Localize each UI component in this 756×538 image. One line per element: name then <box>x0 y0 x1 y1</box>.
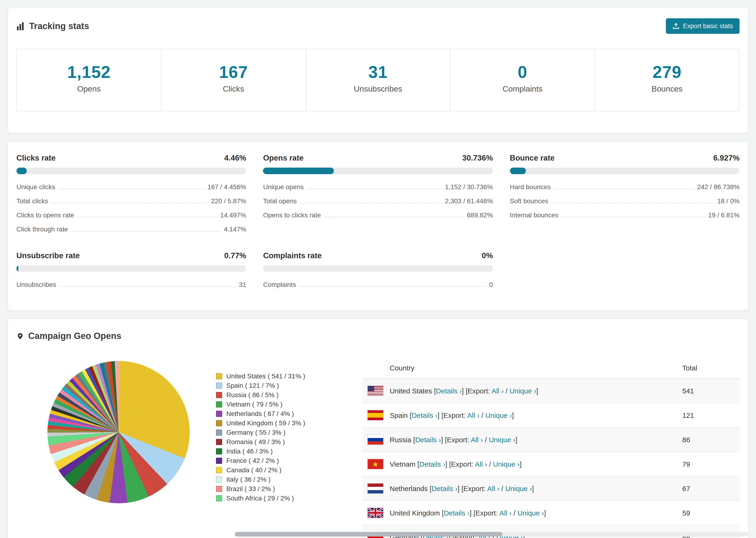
details-link[interactable]: Details › <box>436 387 462 395</box>
stat-label: Opens <box>17 84 161 94</box>
export-basic-stats-label: Export basic stats <box>683 23 733 29</box>
rate-row-label: Opens to clicks rate <box>263 211 321 219</box>
legend-item: India ( 46 / 3% ) <box>216 447 362 456</box>
legend-item: Vietnam ( 79 / 5% ) <box>216 400 362 409</box>
legend-label: Germany ( 55 / 3% ) <box>226 429 286 436</box>
rate-detail-row: Soft bounces 18 / 0% <box>510 194 739 208</box>
details-link[interactable]: Details › <box>411 411 437 419</box>
rate-row-value: 242 / 86.738% <box>697 183 739 190</box>
legend-swatch <box>216 467 222 473</box>
rate-progress-fill <box>510 168 526 174</box>
export-prefix: [Export: <box>447 460 475 468</box>
export-basic-stats-button[interactable]: Export basic stats <box>666 18 739 34</box>
details-open-bracket: [ <box>428 484 432 493</box>
details-open-bracket: [ <box>411 436 415 444</box>
legend-swatch <box>216 495 222 501</box>
rate-header: Complaints rate 0% <box>263 251 493 260</box>
country-flag <box>367 410 384 421</box>
export-unique-link[interactable]: Unique › <box>517 509 544 517</box>
legend-item: Canada ( 40 / 2% ) <box>216 465 362 475</box>
rate-progress-bar <box>263 265 493 272</box>
dotted-leader <box>51 203 208 203</box>
legend-label: Canada ( 40 / 2% ) <box>226 466 282 474</box>
country-flag <box>367 483 384 494</box>
export-all-link[interactable]: All › <box>471 436 483 444</box>
rate-row-value: 167 / 4.456% <box>207 183 246 190</box>
tracking-stats-title: Tracking stats <box>17 21 89 31</box>
legend-item: Romania ( 49 / 3% ) <box>216 437 362 447</box>
details-link[interactable]: Details › <box>444 509 469 517</box>
rate-detail-row: Unique opens 1,152 / 30.736% <box>263 180 493 194</box>
rate-title: Clicks rate <box>17 153 56 162</box>
geo-table-row: Russia [Details ›] [Export: All › / Uniq… <box>362 428 739 452</box>
pie-legend: United States ( 541 / 31% ) Spain ( 121 … <box>216 371 362 503</box>
rate-row-value: 1,152 / 30.736% <box>445 183 493 190</box>
rate-header: Unsubscribe rate 0.77% <box>17 251 246 260</box>
export-unique-link[interactable]: Unique › <box>489 436 515 444</box>
country-flag <box>367 459 384 469</box>
export-prefix: [Export: <box>464 387 491 395</box>
legend-swatch <box>216 392 222 398</box>
rate-header: Bounce rate 6.927% <box>510 153 739 162</box>
geo-table-row: Netherlands [Details ›] [Export: All › /… <box>362 476 739 501</box>
details-close-bracket: ] <box>462 387 464 395</box>
tracking-stats-card: Tracking stats Export basic stats 1,152 … <box>8 8 748 133</box>
details-link[interactable]: Details › <box>419 460 445 468</box>
export-unique-link[interactable]: Unique › <box>505 484 532 493</box>
export-separator: / <box>483 436 489 444</box>
geo-table-row: Spain [Details ›] [Export: All › / Uniqu… <box>362 403 739 428</box>
rate-row-value: 14.497% <box>220 211 246 219</box>
geo-row-country-cell: United States [Details ›] [Export: All ›… <box>367 385 682 396</box>
export-all-link[interactable]: All › <box>487 484 499 493</box>
country-cell-text: Vietnam [Details ›] [Export: All › / Uni… <box>390 460 521 468</box>
legend-label: Netherlands ( 67 / 4% ) <box>226 410 294 417</box>
rate-value: 30.736% <box>462 153 493 162</box>
stat-value: 167 <box>162 62 306 82</box>
export-all-link[interactable]: All › <box>475 460 487 468</box>
geo-table-row: Vietnam [Details ›] [Export: All › / Uni… <box>362 452 739 476</box>
geo-table-rows: United States [Details ›] [Export: All ›… <box>362 379 739 538</box>
export-unique-link[interactable]: Unique › <box>485 411 512 419</box>
rate-row-value: 220 / 5.87% <box>211 197 246 205</box>
details-link[interactable]: Details › <box>415 436 441 444</box>
legend-item: France ( 42 / 2% ) <box>216 456 362 465</box>
page: Tracking stats Export basic stats 1,152 … <box>0 8 756 538</box>
country-name: Vietnam <box>390 460 415 468</box>
geo-row-country-cell: Netherlands [Details ›] [Export: All › /… <box>367 483 682 494</box>
rate-row-label: Total opens <box>263 197 297 205</box>
export-all-link[interactable]: All › <box>492 387 504 395</box>
rate-block: Complaints rate 0% Complaints 0 <box>263 251 493 292</box>
legend-swatch <box>216 439 222 445</box>
export-all-link[interactable]: All › <box>467 411 479 419</box>
dotted-leader <box>78 217 217 217</box>
rate-title: Complaints rate <box>263 251 322 260</box>
stat-label: Clicks <box>162 84 306 94</box>
legend-swatch <box>216 373 222 379</box>
country-column-header: Country <box>367 364 682 372</box>
geo-title-text: Campaign Geo Opens <box>28 331 121 341</box>
export-prefix: [Export: <box>440 411 467 419</box>
legend-swatch <box>216 448 222 454</box>
horizontal-scrollbar-thumb[interactable] <box>235 532 503 537</box>
rate-detail-row: Unique clicks 167 / 4.456% <box>17 180 246 194</box>
details-open-bracket: [ <box>415 460 419 468</box>
legend-label: Italy ( 36 / 2% ) <box>226 476 270 483</box>
stat-value: 0 <box>451 62 595 82</box>
export-unique-link[interactable]: Unique › <box>510 387 536 395</box>
export-unique-link[interactable]: Unique › <box>493 460 519 468</box>
export-prefix: [Export: <box>472 509 499 517</box>
horizontal-scrollbar-track <box>235 532 748 537</box>
details-open-bracket: [ <box>408 411 412 419</box>
geo-row-country-cell: Russia [Details ›] [Export: All › / Uniq… <box>367 434 682 445</box>
stats-summary-row: 1,152 Opens 167 Clicks 31 Unsubscribes 0… <box>17 49 739 111</box>
country-flag <box>367 508 384 518</box>
export-close-bracket: ] <box>512 411 514 419</box>
export-all-link[interactable]: All › <box>499 509 512 517</box>
details-link[interactable]: Details › <box>432 484 458 493</box>
export-close-bracket: ] <box>544 509 546 517</box>
rate-row-value: 19 / 6.81% <box>708 211 739 219</box>
legend-item: Germany ( 55 / 3% ) <box>216 428 362 437</box>
map-pin-icon <box>17 331 24 341</box>
rate-row-value: 0 <box>489 281 493 288</box>
legend-item: Netherlands ( 67 / 4% ) <box>216 409 362 418</box>
